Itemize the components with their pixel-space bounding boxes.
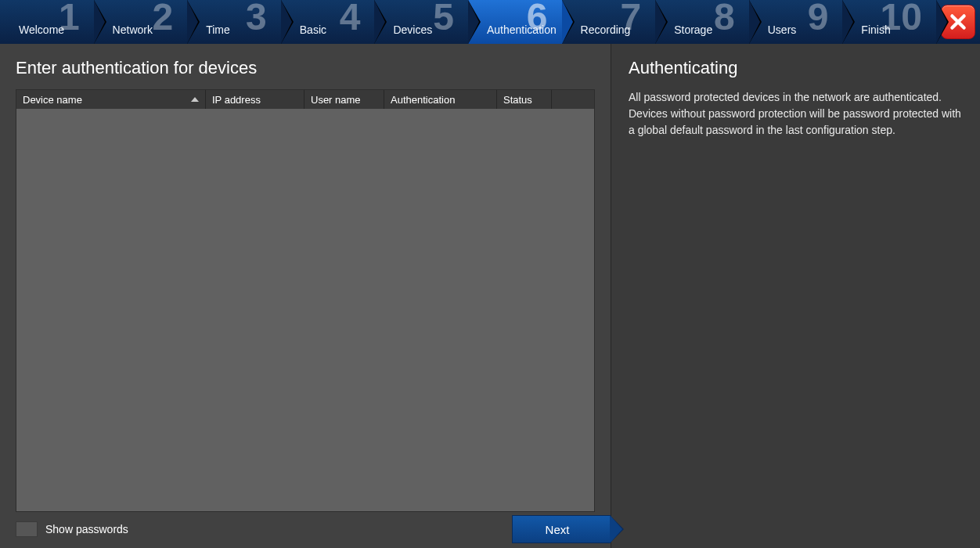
chevron-right-icon (655, 0, 666, 44)
sort-asc-icon (191, 97, 199, 102)
wizard-steps: 1 Welcome 2 Network 3 Time 4 Basic 5 Dev… (0, 0, 980, 44)
col-device-name[interactable]: Device name (16, 90, 206, 109)
step-label: Users (768, 23, 797, 41)
col-label: IP address (212, 94, 261, 106)
step-network[interactable]: 2 Network (94, 0, 188, 44)
chevron-right-icon (936, 0, 947, 44)
left-panel: Enter authentication for devices Device … (0, 44, 611, 548)
step-label: Finish (861, 23, 890, 41)
chevron-right-icon (187, 0, 198, 44)
right-panel: Authenticating All password protected de… (611, 44, 980, 548)
chevron-right-icon (562, 0, 573, 44)
show-passwords-checkbox[interactable] (16, 521, 38, 537)
next-button[interactable]: Next (512, 515, 611, 543)
table-body[interactable] (16, 109, 594, 511)
chevron-right-icon (468, 0, 479, 44)
help-title: Authenticating (629, 58, 963, 78)
chevron-right-icon (94, 0, 105, 44)
chevron-right-icon (842, 0, 853, 44)
step-devices[interactable]: 5 Devices (374, 0, 468, 44)
col-authentication[interactable]: Authentication (384, 90, 497, 109)
device-table: Device name IP address User name Authent… (16, 89, 595, 512)
help-body: All password protected devices in the ne… (629, 89, 963, 139)
step-time[interactable]: 3 Time (187, 0, 281, 44)
step-label: Network (113, 23, 153, 41)
step-storage[interactable]: 8 Storage (655, 0, 749, 44)
step-authentication[interactable]: 6 Authentication (468, 0, 562, 44)
step-number: 5 (433, 0, 454, 36)
col-spacer (552, 90, 594, 109)
next-button-label: Next (546, 523, 570, 536)
step-number: 8 (714, 0, 735, 36)
step-number: 9 (808, 0, 829, 36)
step-recording[interactable]: 7 Recording (562, 0, 656, 44)
col-label: User name (311, 94, 361, 106)
col-label: Device name (23, 94, 82, 106)
step-label: Welcome (19, 23, 64, 41)
col-status[interactable]: Status (497, 90, 552, 109)
step-label: Time (206, 23, 230, 41)
step-number: 3 (246, 0, 267, 36)
chevron-right-icon (374, 0, 385, 44)
step-welcome[interactable]: 1 Welcome (0, 0, 94, 44)
step-users[interactable]: 9 Users (749, 0, 843, 44)
page-title: Enter authentication for devices (16, 58, 595, 78)
step-finish[interactable]: 10 Finish (842, 0, 936, 44)
col-ip-address[interactable]: IP address (206, 90, 304, 109)
wizard-root: 1 Welcome 2 Network 3 Time 4 Basic 5 Dev… (0, 0, 980, 548)
col-label: Authentication (391, 94, 455, 106)
show-passwords-label: Show passwords (45, 523, 128, 535)
step-label: Recording (581, 23, 631, 41)
below-table-row: Show passwords (16, 512, 595, 537)
step-basic[interactable]: 4 Basic (281, 0, 375, 44)
step-number: 4 (340, 0, 361, 36)
col-user-name[interactable]: User name (304, 90, 384, 109)
col-label: Status (503, 94, 532, 106)
step-label: Basic (300, 23, 326, 41)
table-header-row: Device name IP address User name Authent… (16, 90, 594, 109)
wizard-body: Enter authentication for devices Device … (0, 44, 980, 548)
chevron-right-icon (749, 0, 760, 44)
next-row: Next (512, 515, 611, 543)
step-label: Authentication (487, 23, 557, 41)
step-number: 2 (152, 0, 173, 36)
step-label: Devices (393, 23, 432, 41)
close-icon (948, 12, 968, 32)
chevron-right-icon (281, 0, 292, 44)
step-label: Storage (674, 23, 712, 41)
